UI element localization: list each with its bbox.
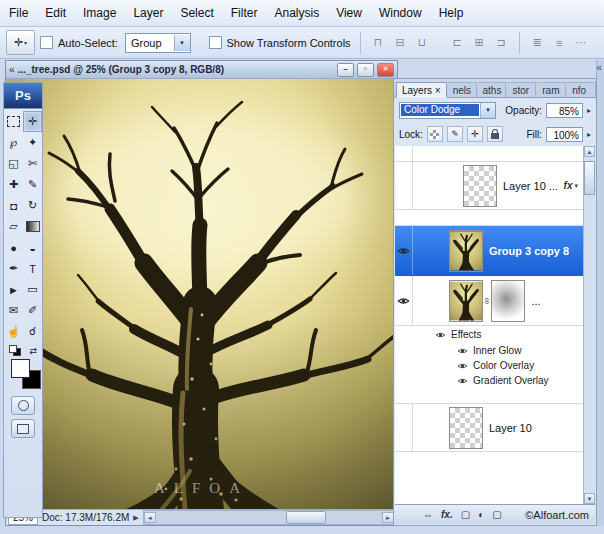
menu-filter[interactable]: Filter xyxy=(231,6,258,20)
eraser-tool[interactable]: ▱ xyxy=(4,216,23,237)
scroll-down-icon[interactable]: ▼ xyxy=(584,493,595,504)
align-vcenter-button[interactable]: ⊟ xyxy=(392,34,409,52)
brush-tool[interactable]: ✎ xyxy=(23,174,42,195)
document-title-bar[interactable]: « ..._tree.psd @ 25% (Group 3 copy 8, RG… xyxy=(6,61,397,79)
layer-thumbnail[interactable] xyxy=(449,407,483,449)
default-colors-icon[interactable] xyxy=(9,345,21,356)
minimize-button[interactable]: – xyxy=(337,63,354,77)
swap-colors-icon[interactable]: ⇄ xyxy=(29,346,37,356)
dropdown-arrow-icon[interactable]: ▼ xyxy=(480,103,495,118)
pen-tool[interactable]: ✒ xyxy=(4,258,23,279)
effect-row-gradient-overlay[interactable]: Gradient Overlay xyxy=(395,373,583,388)
menu-window[interactable]: Window xyxy=(379,6,422,20)
tab-layers[interactable]: Layers × xyxy=(396,82,447,98)
tab-info[interactable]: nfo xyxy=(567,82,596,97)
lasso-tool[interactable]: ℘ xyxy=(4,132,23,153)
history-brush-tool[interactable]: ↻ xyxy=(23,195,42,216)
rectangular-marquee-tool[interactable] xyxy=(4,111,23,132)
foreground-color-swatch[interactable] xyxy=(11,359,30,378)
quick-mask-button[interactable] xyxy=(11,396,35,415)
layer-thumbnail[interactable] xyxy=(449,280,483,322)
shape-tool[interactable]: ▭ xyxy=(23,279,42,300)
close-button[interactable]: × xyxy=(377,63,394,77)
effects-header-row[interactable]: Effects xyxy=(395,326,583,343)
align-right-button[interactable]: ⊐ xyxy=(493,34,510,52)
collapse-chevron-icon[interactable]: « xyxy=(9,64,15,75)
fill-field[interactable]: 100% xyxy=(546,127,583,142)
link-layers-icon[interactable]: ⇔ xyxy=(423,509,433,520)
blur-tool[interactable]: ● xyxy=(4,237,23,258)
fx-badge[interactable]: fx xyxy=(564,180,573,191)
distribute-top-button[interactable]: ≣ xyxy=(529,34,546,52)
menu-help[interactable]: Help xyxy=(439,6,464,20)
dodge-tool[interactable]: ◒ xyxy=(23,237,42,258)
eyedropper-tool[interactable]: ✐ xyxy=(23,300,42,321)
collapse-dock-chevron-icon[interactable]: « xyxy=(596,62,602,73)
visibility-toggle[interactable] xyxy=(395,226,413,275)
layer-row-layer10-top[interactable]: Layer 10 ... fx ▾ xyxy=(395,162,583,210)
effect-row-color-overlay[interactable]: Color Overlay xyxy=(395,358,583,373)
healing-brush-tool[interactable]: ✚ xyxy=(4,174,23,195)
zoom-tool[interactable]: ☌ xyxy=(23,321,42,342)
fx-collapse-icon[interactable]: ▾ xyxy=(574,182,578,190)
fill-spinner-icon[interactable]: ▸ xyxy=(587,130,591,139)
lock-position-button[interactable]: ✛ xyxy=(467,126,483,142)
scroll-up-icon[interactable]: ▲ xyxy=(584,146,595,157)
path-selection-tool[interactable]: ► xyxy=(4,279,23,300)
layer-name[interactable]: Layer 10 ... xyxy=(503,180,558,192)
type-tool[interactable]: T xyxy=(23,258,42,279)
canvas-image[interactable]: ALFOA xyxy=(6,79,397,509)
visibility-toggle[interactable] xyxy=(395,404,413,451)
distribute-bottom-button[interactable]: ⋯ xyxy=(573,34,590,52)
lock-transparency-button[interactable] xyxy=(427,126,443,142)
scrollbar-thumb[interactable] xyxy=(584,161,595,195)
visibility-toggle[interactable] xyxy=(395,162,413,209)
status-flyout-arrow-icon[interactable]: ▶ xyxy=(133,514,138,522)
opacity-spinner-icon[interactable]: ▸ xyxy=(587,106,591,115)
mask-link-icon[interactable]: ∞ xyxy=(482,297,492,303)
layer-row-group3copy8[interactable]: Group 3 copy 8 xyxy=(395,226,583,276)
current-tool-button[interactable]: ✛ ▾ xyxy=(6,30,35,55)
screen-mode-button[interactable] xyxy=(11,419,35,438)
quick-selection-tool[interactable]: ✦ xyxy=(23,132,42,153)
distribute-vcenter-button[interactable]: ≡ xyxy=(551,34,568,52)
photoshop-logo[interactable]: Ps xyxy=(4,83,42,109)
move-tool[interactable]: ✛ xyxy=(23,111,42,132)
menu-file[interactable]: File xyxy=(9,6,28,20)
layer-name[interactable]: ... xyxy=(531,295,540,307)
tab-paths[interactable]: aths xyxy=(478,82,507,97)
auto-select-dropdown[interactable]: Group ▼ xyxy=(125,33,191,53)
align-bottom-button[interactable]: ⊔ xyxy=(414,34,431,52)
restore-button[interactable]: ▫ xyxy=(357,63,374,77)
menu-view[interactable]: View xyxy=(336,6,362,20)
lock-all-button[interactable] xyxy=(487,126,503,142)
tab-history[interactable]: stor xyxy=(507,82,536,97)
visibility-toggle[interactable] xyxy=(395,276,413,325)
opacity-field[interactable]: 85% xyxy=(546,103,583,118)
layers-vertical-scrollbar[interactable]: ▲ ▼ xyxy=(583,146,595,504)
show-transform-checkbox[interactable] xyxy=(209,36,222,49)
adjustment-layer-icon[interactable]: ◐ xyxy=(478,509,484,520)
canvas-area[interactable]: ALFOA xyxy=(6,79,397,509)
blend-mode-dropdown[interactable]: Color Dodge ▼ xyxy=(399,102,496,119)
layer-name[interactable]: Group 3 copy 8 xyxy=(489,245,569,257)
layer-mask-thumbnail[interactable] xyxy=(491,280,525,322)
menu-edit[interactable]: Edit xyxy=(45,6,66,20)
hand-tool[interactable]: ☝ xyxy=(4,321,23,342)
scrollbar-thumb[interactable] xyxy=(286,511,326,524)
tab-histogram[interactable]: ram xyxy=(537,82,566,97)
effect-row-inner-glow[interactable]: Inner Glow xyxy=(395,343,583,358)
slice-tool[interactable]: ✄ xyxy=(23,153,42,174)
auto-select-checkbox[interactable] xyxy=(40,36,53,49)
layer-row-masked[interactable]: ∞ ... xyxy=(395,276,583,326)
layer-row-layer10-bottom[interactable]: Layer 10 xyxy=(395,404,583,452)
menu-image[interactable]: Image xyxy=(83,6,116,20)
new-group-icon[interactable]: ▢ xyxy=(492,509,501,520)
layer-thumbnail[interactable] xyxy=(463,165,497,207)
gradient-tool[interactable] xyxy=(23,216,42,237)
align-top-button[interactable]: ⊓ xyxy=(370,34,387,52)
lock-pixels-button[interactable]: ✎ xyxy=(447,126,463,142)
horizontal-scrollbar[interactable]: ◄ ► xyxy=(143,510,395,525)
add-layer-mask-icon[interactable]: ▢ xyxy=(461,509,470,520)
menu-analysis[interactable]: Analysis xyxy=(274,6,319,20)
